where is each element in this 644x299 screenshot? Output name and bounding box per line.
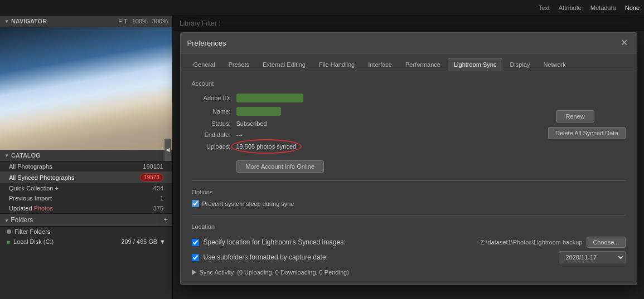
navigator-controls: FIT 100% 300%	[118, 18, 168, 24]
catalog-item-synced-photos[interactable]: All Synced Photographs 19573	[0, 171, 172, 183]
end-date-row: End date: ---	[192, 131, 514, 138]
navigator-title: ▼ Navigator	[4, 18, 47, 24]
sync-activity-label: Sync Activity	[200, 269, 234, 276]
delete-all-synced-button[interactable]: Delete All Synced Data	[548, 127, 626, 139]
catalog-item-previous-import-label: Previous Import	[9, 195, 52, 202]
uploads-value: 19,505 photos synced	[236, 143, 297, 150]
location-path: Z:\dataset1\Photos\Lightroom backup	[481, 239, 583, 246]
sync-activity-row: Sync Activity (0 Uploading, 0 Downloadin…	[192, 269, 626, 276]
modal-close-button[interactable]: ✕	[619, 37, 630, 48]
folders-collapse-icon: ▼	[4, 218, 9, 223]
preferences-tabs: General Presets External Editing File Ha…	[181, 53, 637, 71]
local-disk-item[interactable]: ■ Local Disk (C:) 209 / 465 GB ▼	[0, 237, 172, 247]
modal-overlay: Preferences ✕ General Presets External E…	[173, 16, 644, 299]
tab-external-editing[interactable]: External Editing	[256, 58, 312, 71]
folders-content: Filter Folders ■ Local Disk (C:) 209 / 4…	[0, 227, 172, 247]
subfolders-label: Use subfolders formatted by capture date…	[204, 253, 328, 261]
tab-file-handling[interactable]: File Handling	[313, 58, 361, 71]
filter-folders-item[interactable]: Filter Folders	[0, 227, 172, 237]
folders-header[interactable]: ▼ Folders +	[0, 213, 172, 227]
left-panel: ▼ Navigator FIT 100% 300% ▼ Catalog	[0, 16, 173, 299]
catalog-item-previous-import[interactable]: Previous Import 1	[0, 193, 172, 203]
navigator-zoom1[interactable]: 100%	[132, 18, 148, 24]
specify-location-label: Specify location for Lightroom's Synced …	[204, 238, 346, 246]
catalog-item-quick-collection[interactable]: Quick Collection + 404	[0, 183, 172, 193]
top-bar-right: Text Attribute Metadata None	[539, 4, 640, 11]
text-filter-tab[interactable]: Text	[539, 4, 550, 11]
filter-folders-dot-icon	[7, 229, 11, 234]
filter-folders-label: Filter Folders	[14, 228, 50, 235]
none-filter-tab[interactable]: None	[625, 4, 640, 11]
main-layout: ▼ Navigator FIT 100% 300% ▼ Catalog	[0, 16, 644, 299]
catalog-label: Catalog	[11, 152, 41, 159]
tab-display[interactable]: Display	[503, 58, 536, 71]
end-date-label: End date:	[192, 131, 236, 138]
preferences-modal: Preferences ✕ General Presets External E…	[180, 32, 637, 285]
choose-button[interactable]: Choose...	[587, 237, 625, 248]
panel-collapse-arrow[interactable]: ◀	[164, 139, 171, 161]
modal-title: Preferences	[187, 39, 226, 47]
catalog-header[interactable]: ▼ Catalog	[0, 150, 172, 161]
account-fields: Adobe ID: Name: Status: Su	[192, 94, 514, 173]
catalog-item-updated-photos-label: Updated Photos	[9, 205, 53, 212]
catalog-item-updated-photos[interactable]: Updated Photos 375	[0, 203, 172, 213]
more-account-info-button[interactable]: More Account Info Online	[236, 160, 325, 173]
tab-lightroom-sync[interactable]: Lightroom Sync	[448, 58, 502, 71]
subfolders-row: Use subfolders formatted by capture date…	[192, 251, 626, 263]
subfolders-checkbox[interactable]	[192, 254, 199, 261]
catalog-item-all-photos[interactable]: All Photographs 190101	[0, 161, 172, 171]
tab-presets[interactable]: Presets	[222, 58, 255, 71]
folders-add-icon[interactable]: +	[164, 216, 168, 224]
local-disk-space: 209 / 465 GB	[121, 238, 157, 245]
name-label: Name:	[192, 108, 236, 115]
uploads-circle-highlight: 19,505 photos synced	[236, 143, 297, 150]
sync-activity-detail: (0 Uploading, 0 Downloading, 0 Pending)	[237, 269, 349, 276]
divider-2	[192, 215, 626, 215]
location-section-label: Location	[192, 223, 626, 230]
disk-icon: ■	[7, 239, 10, 245]
attribute-filter-tab[interactable]: Attribute	[559, 4, 582, 11]
adobe-id-row: Adobe ID:	[192, 94, 514, 102]
catalog-item-updated-photos-count: 375	[153, 205, 163, 212]
navigator-collapse-icon: ▼	[4, 19, 9, 24]
tab-interface[interactable]: Interface	[362, 58, 398, 71]
specify-location-checkbox[interactable]	[192, 239, 199, 246]
adobe-id-value	[236, 94, 303, 102]
tab-performance[interactable]: Performance	[399, 58, 447, 71]
catalog-collapse-icon: ▼	[4, 153, 9, 158]
folders-label: Folders	[11, 216, 33, 224]
specify-location-row: Specify location for Lightroom's Synced …	[192, 237, 626, 248]
options-section-label: Options	[192, 189, 626, 195]
location-section: Location Specify location for Lightroom'…	[192, 223, 626, 263]
status-label: Status:	[192, 120, 236, 127]
catalog-item-quick-collection-count: 404	[153, 185, 163, 192]
catalog-items-list: All Photographs 190101 All Synced Photog…	[0, 161, 172, 213]
tab-general[interactable]: General	[187, 58, 221, 71]
date-format-select[interactable]: 2020/11-17	[559, 251, 626, 263]
modal-body: Account Adobe ID: Name:	[181, 71, 637, 285]
catalog-item-all-photos-count: 190101	[143, 163, 163, 170]
uploads-row: Uploads: 19,505 photos synced	[192, 143, 514, 150]
folders-title: ▼ Folders	[4, 216, 33, 224]
top-bar: Text Attribute Metadata None	[0, 0, 644, 16]
prevent-sleep-label: Prevent system sleep during sync	[202, 200, 294, 207]
divider-1	[192, 180, 626, 181]
navigator-header[interactable]: ▼ Navigator FIT 100% 300%	[0, 16, 172, 27]
account-section: Adobe ID: Name: Status: Su	[192, 94, 626, 173]
status-row: Status: Subscribed	[192, 120, 514, 127]
navigator-fit[interactable]: FIT	[118, 18, 128, 24]
navigator-zoom2[interactable]: 300%	[152, 18, 168, 24]
name-value	[236, 107, 281, 116]
catalog-section: ▼ Catalog All Photographs 190101 All Syn…	[0, 150, 172, 299]
prevent-sleep-row: Prevent system sleep during sync	[192, 200, 626, 207]
metadata-filter-tab[interactable]: Metadata	[590, 4, 616, 11]
catalog-item-synced-photos-count: 19573	[140, 173, 163, 182]
renew-button[interactable]: Renew	[556, 110, 594, 122]
navigator-label: Navigator	[11, 18, 47, 24]
content-area: Library Filter : Preferences ✕ General P…	[173, 16, 644, 299]
tab-network[interactable]: Network	[538, 58, 572, 71]
uploads-label: Uploads:	[192, 143, 236, 150]
prevent-sleep-checkbox[interactable]	[192, 200, 199, 207]
navigator-image	[0, 27, 172, 150]
sync-activity-expand-icon[interactable]	[192, 269, 196, 275]
